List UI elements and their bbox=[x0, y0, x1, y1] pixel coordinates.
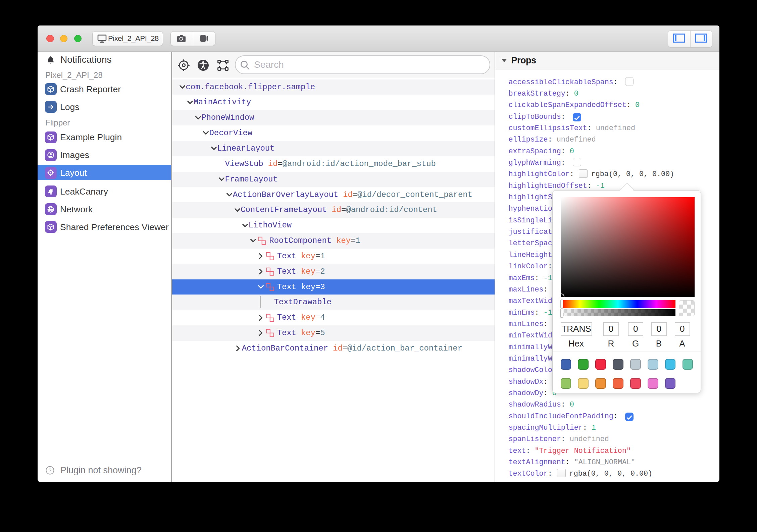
svg-text:?: ? bbox=[49, 467, 51, 473]
